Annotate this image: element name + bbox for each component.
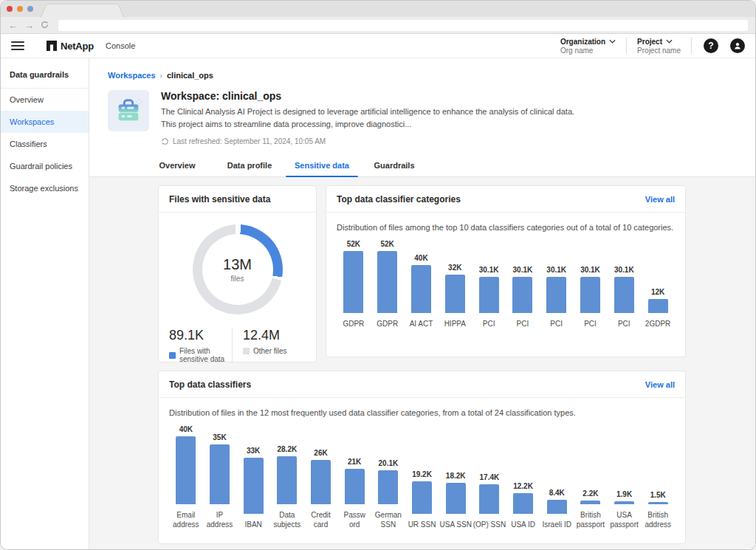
bar-category-label: Passw ord (337, 510, 371, 529)
sidebar-title: Data guardrails (1, 58, 89, 89)
tab-data-profile[interactable]: Data profile (213, 155, 286, 176)
sidebar-item-guardrail-policies[interactable]: Guardrail policies (1, 155, 89, 177)
bar[interactable] (546, 277, 566, 313)
back-button[interactable]: ← (8, 21, 18, 30)
profile-button[interactable] (730, 38, 745, 53)
bar[interactable] (311, 460, 331, 504)
bar[interactable] (513, 493, 533, 514)
workspace-header: Workspace: clinical_ops The Clinical Ana… (89, 80, 755, 145)
workspace-icon (108, 90, 149, 131)
bar-category-label: HIPPA (438, 319, 472, 329)
bar-value-label: 12.2K (513, 482, 533, 490)
view-all-link[interactable]: View all (645, 380, 675, 389)
stat-other-files: 12.4M Other files (232, 328, 306, 363)
bar-category-label: GDPR (371, 319, 405, 329)
breadcrumb-current: clinical_ops (167, 71, 213, 80)
refresh-icon[interactable] (41, 21, 49, 30)
tab-guardrails[interactable]: Guardrails (358, 155, 430, 176)
breadcrumb-workspaces-link[interactable]: Workspaces (108, 71, 156, 80)
breadcrumb-separator-icon: › (160, 72, 162, 80)
bar[interactable] (648, 502, 668, 504)
bar-value-label: 32K (448, 264, 461, 272)
brand-name: NetApp (61, 41, 94, 52)
header-divider (691, 38, 692, 54)
bar[interactable] (244, 458, 264, 514)
bar[interactable] (446, 483, 466, 514)
bar[interactable] (343, 251, 363, 313)
card-subtitle: Distribution of files among the top 10 d… (326, 213, 685, 232)
bar-value-label: 52K (381, 240, 394, 248)
bar[interactable] (614, 501, 634, 504)
bar[interactable] (176, 436, 196, 504)
bar-column: 30.1KPCI (472, 239, 506, 329)
content-area: Files with sensitive data 13M files (89, 177, 755, 550)
bar-category-label: British passport (574, 510, 608, 529)
bar[interactable] (648, 299, 668, 313)
bar-column: 30.1KPCI (574, 239, 608, 329)
tab-sensitive-data[interactable]: Sensitive data (286, 155, 358, 176)
bar[interactable] (445, 275, 465, 313)
window-close-button[interactable] (7, 6, 13, 12)
sidebar-item-workspaces[interactable]: Workspaces (1, 111, 89, 133)
bar-column: 40KAI ACT (405, 239, 439, 329)
bar[interactable] (411, 265, 431, 313)
bar[interactable] (614, 277, 634, 313)
address-bar[interactable] (58, 20, 748, 31)
bar[interactable] (377, 251, 397, 313)
main-area: Workspaces › clinical_ops (89, 58, 755, 550)
bar[interactable] (412, 481, 432, 514)
sidebar-item-classifiers[interactable]: Classifiers (1, 133, 89, 155)
bar-value-label: 1.9K (616, 490, 632, 498)
bar-value-label: 35K (213, 433, 226, 441)
project-switcher[interactable]: Project Project name (627, 38, 691, 55)
classifiers-bar-chart: 40KEmail address35KIP address33KIBAN28.2… (159, 417, 685, 529)
bar-category-label: AI ACT (405, 319, 439, 329)
bar-category-label: British address (641, 510, 675, 529)
card-title: Files with sensitive data (169, 194, 270, 204)
window-zoom-button[interactable] (27, 6, 33, 12)
legend-swatch-sensitive (169, 352, 176, 359)
sidebar-item-storage-exclusions[interactable]: Storage exclusions (1, 177, 89, 199)
card-subtitle: Distribution of files in the 12 most fre… (159, 398, 685, 417)
donut-chart[interactable]: 13M files (193, 224, 283, 314)
bar-column: 40KEmail address (169, 424, 203, 529)
menu-icon[interactable] (11, 41, 24, 50)
bar[interactable] (547, 500, 567, 514)
bar-value-label: 28.2K (278, 445, 298, 453)
organization-switcher[interactable]: Organization Org name (550, 38, 626, 55)
bar-column: 2.2KBritish passport (574, 424, 608, 529)
bar-value-label: 18.2K (446, 472, 466, 480)
browser-titlebar (1, 1, 755, 17)
bar-column: 28.2KData subjects (270, 424, 304, 529)
bar-column: 19.2KUR SSN (405, 434, 439, 529)
legend-label: Other files (253, 347, 287, 355)
bar[interactable] (580, 277, 600, 313)
bar-category-label: PCI (607, 319, 641, 329)
browser-tab[interactable] (41, 4, 125, 18)
bar[interactable] (580, 501, 600, 504)
bar-value-label: 17.4K (480, 473, 500, 481)
window-minimize-button[interactable] (17, 6, 23, 12)
bar-column: 8.4KIsraeli ID (540, 434, 574, 529)
bar[interactable] (210, 444, 230, 504)
sidebar-item-overview[interactable]: Overview (1, 89, 89, 111)
bar[interactable] (345, 469, 365, 504)
bar[interactable] (479, 277, 499, 313)
bar[interactable] (277, 456, 297, 504)
bar-column: 20.1KGerman SSN (371, 424, 405, 529)
tab-overview[interactable]: Overview (141, 155, 213, 176)
bar-value-label: 12K (651, 288, 664, 296)
help-button[interactable]: ? (704, 38, 718, 53)
bar[interactable] (378, 470, 398, 504)
bar[interactable] (479, 484, 499, 514)
app-header: NetApp Console Organization Org name Pro… (1, 34, 755, 58)
view-all-link[interactable]: View all (645, 195, 675, 204)
bar-value-label: 30.1K (479, 266, 499, 274)
briefcase-icon (114, 97, 142, 125)
bar-value-label: 30.1K (546, 266, 566, 274)
stat-value: 12.4M (243, 328, 306, 343)
refresh-icon (161, 137, 169, 145)
stat-sensitive-files: 89.1K Files with sensitive data (169, 328, 232, 363)
forward-button[interactable]: → (24, 21, 34, 30)
bar[interactable] (512, 277, 532, 313)
